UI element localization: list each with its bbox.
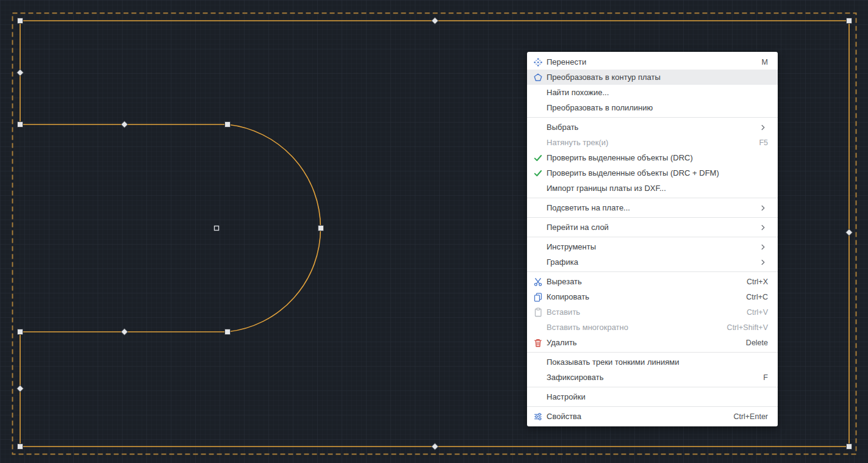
menu-item-drag-tracks: Натянуть трек(и) F5 <box>527 135 778 150</box>
scissors-icon <box>533 277 543 287</box>
menu-item-label: Показывать треки тонкими линиями <box>547 357 679 367</box>
menu-item-label: Вставить <box>547 307 580 317</box>
menu-item-thin-lines[interactable]: Показывать треки тонкими линиями <box>527 354 778 370</box>
vertex-handle[interactable] <box>18 329 23 335</box>
menu-item-shortcut: F <box>763 373 768 382</box>
menu-item-check-drc[interactable]: Проверить выделенные объекты (DRC) <box>527 150 778 165</box>
menu-item-label: Перенести <box>547 57 586 66</box>
vertex-handle[interactable] <box>847 444 852 450</box>
menu-item-label: Преобразовать в полилинию <box>547 103 653 112</box>
submenu-arrow-icon <box>758 257 768 267</box>
menu-item-lock[interactable]: Зафиксировать F <box>527 370 778 385</box>
menu-item-select[interactable]: Выбрать <box>527 120 778 135</box>
menu-item-label: Выбрать <box>547 123 578 132</box>
menu-item-label: Настройки <box>547 392 586 401</box>
menu-item-paste: Вставить Ctrl+V <box>527 304 778 320</box>
menu-item-label: Найти похожие... <box>547 88 609 97</box>
menu-item-label: Свойства <box>547 412 581 421</box>
menu-item-label: Удалить <box>547 338 577 347</box>
menu-separator <box>527 271 778 272</box>
menu-item-move[interactable]: Перенести M <box>527 54 778 70</box>
menu-item-label: Преобразовать в контур платы <box>547 73 661 82</box>
menu-item-graphics[interactable]: Графика <box>527 254 778 270</box>
arc-center-handle[interactable] <box>215 226 219 231</box>
menu-separator <box>527 406 778 407</box>
menu-item-shortcut: F5 <box>759 138 768 147</box>
menu-separator <box>527 117 778 118</box>
menu-item-find-similar[interactable]: Найти похожие... <box>527 85 778 100</box>
copy-icon <box>533 292 543 302</box>
menu-item-import-dxf[interactable]: Импорт границы платы из DXF... <box>527 181 778 196</box>
menu-separator <box>527 237 778 237</box>
vertex-handle[interactable] <box>18 122 23 127</box>
vertex-handle[interactable] <box>18 18 23 24</box>
menu-item-check-drc-dfm[interactable]: Проверить выделенные объекты (DRC + DFM) <box>527 165 778 181</box>
menu-item-shortcut: Ctrl+X <box>747 278 768 286</box>
menu-separator <box>527 387 778 387</box>
menu-item-shortcut: Ctrl+V <box>747 308 768 317</box>
menu-item-cut[interactable]: Вырезать Ctrl+X <box>527 274 778 289</box>
menu-item-label: Проверить выделенные объекты (DRC + DFM) <box>547 168 719 178</box>
menu-item-label: Перейти на слой <box>547 223 609 232</box>
menu-item-label: Вставить многократно <box>547 323 628 332</box>
menu-item-delete[interactable]: Удалить Delete <box>527 335 778 350</box>
menu-item-shortcut: Ctrl+Enter <box>733 412 768 421</box>
menu-item-shortcut: M <box>762 58 768 66</box>
menu-item-shortcut: Delete <box>746 339 768 347</box>
menu-item-go-to-layer[interactable]: Перейти на слой <box>527 220 778 235</box>
menu-item-copy[interactable]: Копировать Ctrl+C <box>527 289 778 304</box>
menu-item-label: Графика <box>547 257 578 267</box>
context-menu: Перенести M Преобразовать в контур платы… <box>527 52 778 426</box>
menu-separator <box>527 198 778 198</box>
menu-item-label: Подсветить на плате... <box>547 203 630 212</box>
move-icon <box>533 57 543 67</box>
menu-separator <box>527 352 778 353</box>
menu-item-label: Инструменты <box>547 242 596 251</box>
vertex-handle[interactable] <box>225 122 231 127</box>
menu-item-label: Вырезать <box>547 277 582 286</box>
menu-item-tools[interactable]: Инструменты <box>527 239 778 254</box>
menu-item-highlight-on-board[interactable]: Подсветить на плате... <box>527 200 778 215</box>
menu-item-properties[interactable]: Свойства Ctrl+Enter <box>527 409 778 424</box>
submenu-arrow-icon <box>758 123 768 132</box>
menu-item-label: Проверить выделенные объекты (DRC) <box>547 153 693 162</box>
menu-item-convert-to-polyline[interactable]: Преобразовать в полилинию <box>527 100 778 115</box>
submenu-arrow-icon <box>758 242 768 252</box>
menu-item-label: Натянуть трек(и) <box>547 138 608 147</box>
trash-icon <box>533 338 543 348</box>
menu-item-convert-to-board-outline[interactable]: Преобразовать в контур платы <box>527 70 778 85</box>
submenu-arrow-icon <box>758 223 768 232</box>
vertex-handle[interactable] <box>225 329 231 335</box>
vertex-handle[interactable] <box>18 444 23 450</box>
submenu-arrow-icon <box>758 203 768 213</box>
paste-icon <box>533 307 543 317</box>
vertex-handle[interactable] <box>318 226 324 231</box>
menu-item-label: Импорт границы платы из DXF... <box>547 184 666 193</box>
pentagon-icon <box>533 73 543 82</box>
vertex-handle[interactable] <box>847 18 852 24</box>
menu-separator <box>527 217 778 218</box>
check-icon <box>533 168 543 178</box>
check-icon <box>533 153 543 163</box>
menu-item-settings[interactable]: Настройки <box>527 389 778 404</box>
menu-item-shortcut: Ctrl+Shift+V <box>727 323 768 332</box>
properties-icon <box>533 412 543 422</box>
menu-item-shortcut: Ctrl+C <box>746 293 768 301</box>
menu-item-paste-multiple: Вставить многократно Ctrl+Shift+V <box>527 320 778 335</box>
menu-item-label: Зафиксировать <box>547 373 604 382</box>
menu-item-label: Копировать <box>547 292 589 301</box>
